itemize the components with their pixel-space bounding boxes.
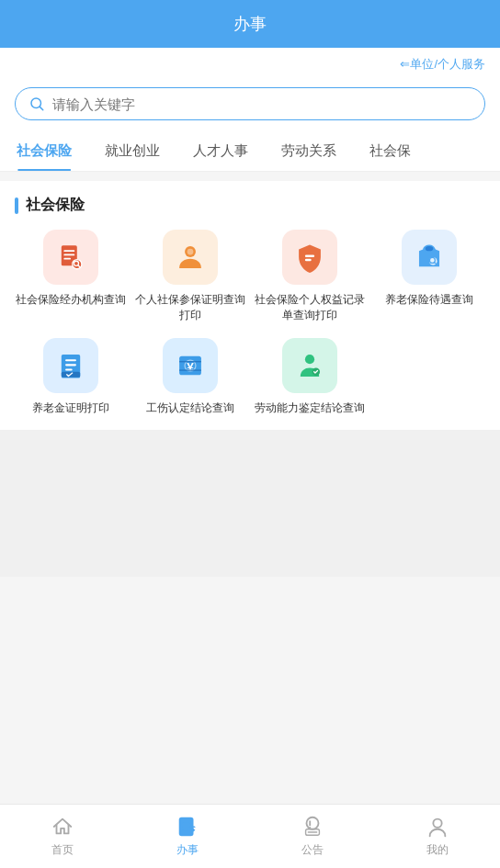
section-title: 社会保险: [26, 196, 85, 215]
unit-personal-service-link[interactable]: ⇐单位/个人服务: [400, 57, 485, 71]
bag-blue-icon: [414, 242, 445, 273]
grid-item-injury-query[interactable]: ¥ 工伤认定结论查询: [134, 338, 246, 416]
grid-label-pension-query: 养老保险待遇查询: [385, 292, 473, 308]
nav-label-home: 首页: [51, 842, 74, 858]
svg-point-27: [305, 355, 314, 364]
icon-box-agency-query: [43, 230, 98, 285]
svg-rect-12: [305, 259, 312, 262]
nav-item-home[interactable]: 首页: [0, 815, 125, 858]
edit-icon: [176, 815, 199, 839]
nav-label-work: 办事: [176, 842, 199, 858]
section-title-bar: [15, 197, 18, 214]
social-insurance-section: 社会保险 社会保险经办机构查询: [0, 181, 500, 430]
svg-rect-20: [65, 368, 73, 370]
grid-item-rights-record[interactable]: 社会保险个人权益记录单查询打印: [254, 230, 366, 323]
grid-label-injury-query: 工伤认定结论查询: [146, 400, 234, 416]
icon-box-rights-record: [282, 230, 337, 285]
section-title-row: 社会保险: [15, 196, 485, 215]
grid-label-personal-cert: 个人社保参保证明查询打印: [134, 292, 246, 323]
search-bar: [0, 80, 500, 131]
grid-item-pension-query[interactable]: 养老保险待遇查询: [373, 230, 485, 323]
svg-point-13: [426, 246, 434, 251]
grey-spacer: [0, 430, 500, 577]
search-input[interactable]: [52, 96, 472, 112]
icon-box-personal-cert: [163, 230, 218, 285]
tab-employment[interactable]: 就业创业: [88, 131, 176, 171]
svg-point-33: [307, 817, 319, 829]
tabs-bar: 社会保险 就业创业 人才人事 劳动关系 社会保: [0, 131, 500, 172]
grid-item-personal-cert[interactable]: 个人社保参保证明查询打印: [134, 230, 246, 323]
bottom-nav: 首页 办事 公告 我的: [0, 804, 500, 868]
user-icon: [426, 815, 449, 839]
search-icon: [28, 96, 45, 112]
shield-orange-icon: [294, 242, 325, 273]
icon-box-injury-query: ¥: [163, 338, 218, 393]
svg-point-37: [433, 819, 441, 828]
search-doc-red-icon: [55, 242, 86, 273]
header: 办事: [0, 0, 500, 48]
nav-item-mine[interactable]: 我的: [375, 815, 500, 858]
svg-point-34: [309, 827, 311, 829]
grid-label-pension-print: 养老金证明打印: [32, 400, 109, 416]
tab-labor[interactable]: 劳动关系: [265, 131, 353, 171]
header-title: 办事: [233, 13, 267, 35]
icon-box-pension-print: [43, 338, 98, 393]
nav-item-work[interactable]: 办事: [125, 815, 250, 858]
svg-line-1: [40, 107, 42, 109]
grid-item-pension-print[interactable]: 养老金证明打印: [15, 338, 127, 416]
nav-label-notice: 公告: [301, 842, 324, 858]
person-green-icon: [294, 350, 325, 381]
home-icon: [51, 815, 74, 839]
grid-label-ability-query: 劳动能力鉴定结论查询: [255, 400, 365, 416]
svg-point-10: [188, 249, 194, 255]
svg-rect-19: [65, 364, 76, 366]
grid-label-agency-query: 社会保险经办机构查询: [16, 292, 126, 308]
grid-item-agency-query[interactable]: 社会保险经办机构查询: [15, 230, 127, 323]
service-grid: 社会保险经办机构查询 个人社保参保证明查询打印: [15, 230, 485, 415]
tab-society[interactable]: 社会保: [353, 131, 427, 171]
svg-rect-18: [65, 359, 76, 361]
icon-box-pension-query: [402, 230, 457, 285]
grid-item-ability-query[interactable]: 劳动能力鉴定结论查询: [254, 338, 366, 416]
money-blue-icon: ¥: [175, 350, 206, 381]
doc-blue-icon: [55, 350, 86, 381]
person-orange-icon: [175, 242, 206, 273]
notice-icon: [301, 815, 324, 839]
search-input-wrapper[interactable]: [15, 87, 485, 120]
nav-label-mine: 我的: [426, 842, 449, 858]
service-link-bar: ⇐单位/个人服务: [0, 48, 500, 80]
svg-rect-11: [305, 254, 314, 257]
grid-label-rights-record: 社会保险个人权益记录单查询打印: [254, 292, 366, 323]
tab-social-insurance[interactable]: 社会保险: [0, 131, 88, 171]
tab-talent[interactable]: 人才人事: [176, 131, 265, 171]
nav-item-notice[interactable]: 公告: [250, 815, 375, 858]
icon-box-ability-query: [282, 338, 337, 393]
